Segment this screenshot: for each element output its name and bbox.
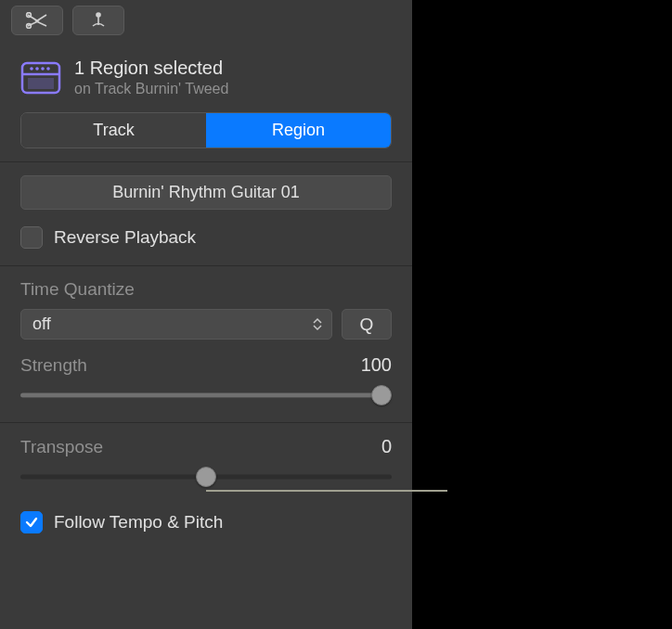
- strength-slider[interactable]: [20, 385, 392, 405]
- strength-label: Strength: [20, 355, 87, 376]
- svg-point-6: [30, 67, 33, 71]
- quantize-value: off: [32, 314, 51, 334]
- chevron-up-down-icon: [313, 317, 322, 331]
- amp-icon: [20, 59, 61, 96]
- tab-region[interactable]: Region: [206, 113, 391, 148]
- region-name-field[interactable]: Burnin' Rhythm Guitar 01: [20, 175, 392, 210]
- transpose-section: Transpose 0 Follow Tempo & Pitch: [0, 422, 412, 550]
- top-toolbar: [0, 0, 412, 41]
- slider-knob[interactable]: [371, 385, 392, 405]
- name-reverse-section: Burnin' Rhythm Guitar 01 Reverse Playbac…: [0, 161, 412, 265]
- quantize-dropdown[interactable]: off: [20, 309, 332, 340]
- time-quantize-section: Time Quantize off Q Strength 100: [0, 265, 412, 422]
- transpose-value[interactable]: 0: [381, 436, 392, 457]
- track-region-toggle: Track Region: [20, 112, 392, 148]
- follow-tempo-pitch-row[interactable]: Follow Tempo & Pitch: [20, 511, 392, 533]
- quantize-apply-button[interactable]: Q: [342, 309, 392, 340]
- svg-point-2: [96, 12, 101, 18]
- metronome-icon: [89, 11, 108, 30]
- transpose-label: Transpose: [20, 437, 103, 457]
- tab-track[interactable]: Track: [21, 113, 206, 148]
- track-name-subtitle: on Track Burnin' Tweed: [74, 81, 228, 97]
- svg-point-8: [41, 67, 45, 71]
- reverse-playback-checkbox[interactable]: [20, 226, 43, 249]
- region-inspector-panel: 1 Region selected on Track Burnin' Tweed…: [0, 0, 412, 629]
- transpose-slider[interactable]: [20, 467, 392, 487]
- region-count-title: 1 Region selected: [74, 58, 228, 79]
- follow-tempo-pitch-checkbox[interactable]: [20, 511, 43, 533]
- svg-point-7: [35, 67, 39, 71]
- slider-knob[interactable]: [196, 467, 216, 487]
- reverse-playback-row[interactable]: Reverse Playback: [20, 226, 392, 249]
- scissors-icon: [25, 12, 49, 29]
- svg-point-9: [46, 67, 50, 71]
- time-quantize-label: Time Quantize: [20, 279, 392, 300]
- region-header: 1 Region selected on Track Burnin' Tweed: [0, 41, 412, 107]
- strength-value[interactable]: 100: [361, 354, 392, 376]
- follow-tempo-pitch-label: Follow Tempo & Pitch: [54, 512, 223, 533]
- svg-rect-10: [28, 78, 54, 89]
- reverse-playback-label: Reverse Playback: [54, 227, 196, 248]
- scissors-button[interactable]: [11, 6, 63, 35]
- check-icon: [24, 515, 39, 530]
- metronome-button[interactable]: [72, 6, 124, 35]
- callout-line: [206, 490, 447, 492]
